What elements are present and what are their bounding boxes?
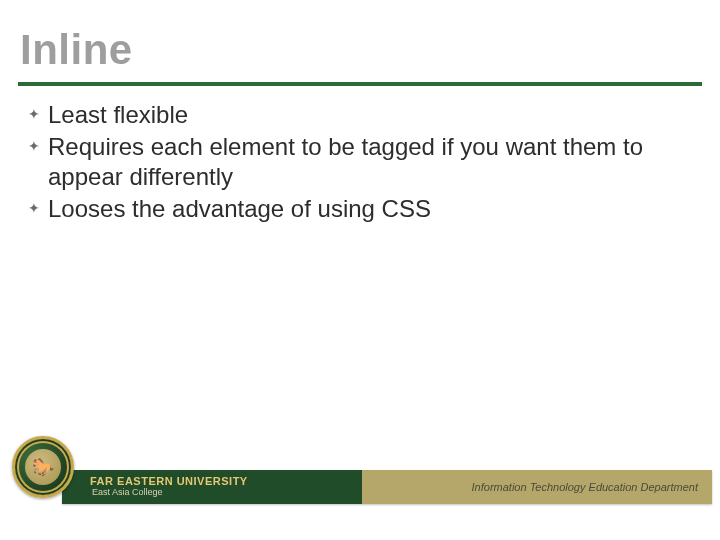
slide: Inline ✦ Least flexible ✦ Requires each …: [0, 0, 720, 540]
university-name: FAR EASTERN UNIVERSITY: [90, 476, 362, 487]
footer: FAR EASTERN UNIVERSITY East Asia College…: [0, 460, 720, 514]
list-item: ✦ Looses the advantage of using CSS: [28, 194, 680, 224]
footer-bar: FAR EASTERN UNIVERSITY East Asia College…: [62, 470, 712, 504]
seal-inner-icon: 🐎: [25, 449, 61, 485]
bullet-marker-icon: ✦: [28, 132, 44, 160]
bullet-marker-icon: ✦: [28, 100, 44, 128]
list-item: ✦ Requires each element to be tagged if …: [28, 132, 680, 192]
list-item: ✦ Least flexible: [28, 100, 680, 130]
footer-right-panel: Information Technology Education Departm…: [362, 470, 712, 504]
bullet-text: Looses the advantage of using CSS: [48, 194, 680, 224]
college-name: East Asia College: [90, 487, 362, 498]
university-seal-icon: 🐎: [12, 436, 74, 498]
footer-left-panel: FAR EASTERN UNIVERSITY East Asia College: [62, 470, 362, 504]
slide-title: Inline: [20, 26, 133, 74]
bullet-text: Requires each element to be tagged if yo…: [48, 132, 680, 192]
bullet-marker-icon: ✦: [28, 194, 44, 222]
bullet-text: Least flexible: [48, 100, 680, 130]
bullet-list: ✦ Least flexible ✦ Requires each element…: [28, 100, 680, 226]
department-name: Information Technology Education Departm…: [472, 481, 698, 493]
title-underline: [18, 82, 702, 86]
